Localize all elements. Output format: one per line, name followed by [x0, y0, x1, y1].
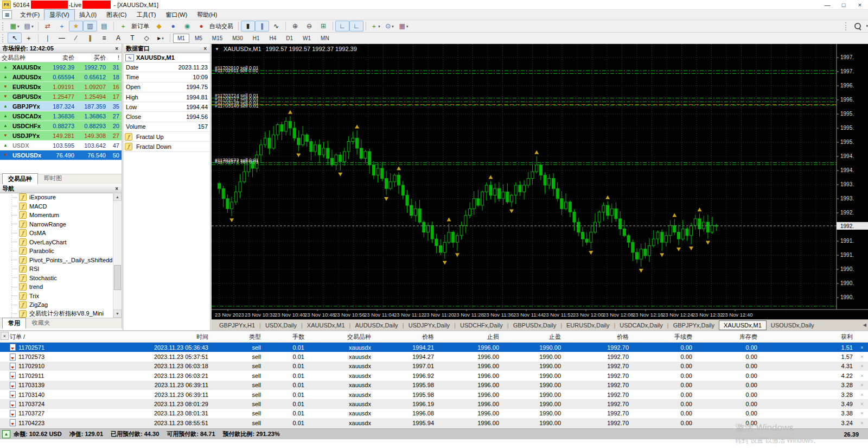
bar-chart-button[interactable]: ∥ [255, 21, 269, 31]
navigator-item[interactable]: ƒOverLayChart [0, 238, 113, 247]
navigator-item[interactable]: ƒiExposure [0, 193, 113, 202]
orders-col-10[interactable]: 库存费 [695, 333, 761, 341]
market-watch-row[interactable]: ▲GBPJPYx187.324187.35935 [0, 102, 122, 111]
crosshair-button[interactable]: ＋ [22, 33, 36, 43]
mw-col-2[interactable]: 买价 [76, 54, 107, 62]
horizontal-line-button[interactable]: — [55, 33, 69, 43]
tile-windows-button[interactable]: ⊞ [316, 21, 330, 31]
arrange-profile-button[interactable]: ∟ [335, 21, 349, 31]
chart-tab-xauusdx-m1[interactable]: XAUUSDx,M1 [719, 320, 767, 330]
order-row[interactable]: 117025732023.11.23 05:37:51sell0.01xauus… [0, 352, 868, 361]
close-icon[interactable]: × [114, 186, 119, 192]
close-order-icon[interactable]: × [856, 373, 868, 378]
scroll-up-icon[interactable]: ▲ [113, 193, 122, 201]
order-row[interactable]: 117037272023.11.23 08:01:31sell0.01xauus… [0, 409, 868, 418]
orders-col-9[interactable]: 手续费 [632, 333, 695, 341]
templates-button[interactable]: ▦▾ [397, 21, 411, 31]
maximize-button[interactable]: □ [835, 0, 852, 10]
toolbar-grip[interactable] [845, 22, 848, 30]
text-button[interactable]: A [111, 33, 125, 43]
market-watch-row[interactable]: ▲USDCHFx0.882730.8829320 [0, 121, 122, 131]
mw-col-0[interactable]: 交易品种 [0, 54, 49, 62]
close-button[interactable]: × [852, 0, 868, 10]
navigator-tab-1[interactable]: 收藏夹 [26, 317, 56, 329]
chart-tab-xauusdx-m1[interactable]: XAUUSDx,M1 [303, 321, 349, 330]
line-chart-button[interactable]: ∿ [269, 21, 283, 31]
market-watch-toggle-button[interactable]: ▥ [83, 21, 97, 31]
scrollbar-thumb[interactable] [114, 265, 121, 290]
menu-item-6[interactable]: 帮助(H) [192, 10, 222, 20]
order-row[interactable]: 117042232023.11.23 08:55:51sell0.01xauus… [0, 418, 868, 427]
order-row[interactable]: 117031402023.11.23 06:39:11sell0.01xauus… [0, 390, 868, 399]
dropdown-caret-icon[interactable]: ▾ [392, 24, 394, 28]
chart-tab-usdjpyx-daily[interactable]: USDJPYx,Daily [404, 321, 454, 330]
menu-item-0[interactable]: 文件(F) [15, 10, 44, 20]
navigator-item[interactable]: ƒMomentum [0, 211, 113, 220]
menu-item-4[interactable]: 工具(T) [131, 10, 161, 20]
orders-col-7[interactable]: 止盈 [502, 333, 564, 341]
close-order-icon[interactable]: × [856, 401, 868, 407]
shapes-button[interactable]: ◇ [139, 33, 154, 43]
orders-col-5[interactable]: 价格 [374, 333, 437, 341]
toolbar-grip[interactable] [2, 22, 5, 30]
profiles-button[interactable]: ▤▾ [22, 21, 36, 31]
close-order-icon[interactable]: × [856, 363, 868, 369]
order-row[interactable]: 117029102023.11.23 06:03:18sell0.01xauus… [0, 362, 868, 371]
dropdown-caret-icon[interactable]: ▾ [162, 36, 164, 40]
navigator-scrollbar[interactable]: ▲ ▼ [113, 193, 122, 318]
navigator-item[interactable]: ƒParabolic [0, 247, 113, 256]
close-order-icon[interactable]: × [856, 411, 868, 416]
chart-tab-gbpjpyx-daily[interactable]: GBPJPYx,Daily [669, 321, 719, 330]
timeframe-m1-button[interactable]: M1 [173, 34, 189, 43]
autotrading-button[interactable]: ● [194, 21, 208, 31]
menu-item-1[interactable]: 显示(V) [44, 10, 74, 20]
market-watch-row[interactable]: ▲AUDUSDx0.655940.6561218 [0, 72, 122, 82]
dropdown-caret-icon[interactable]: ▾ [378, 24, 380, 28]
navigator-item[interactable]: ƒPivot_Points_-_Daily_sShiftedd [0, 256, 113, 265]
vertical-line-button[interactable]: ｜ [41, 33, 55, 43]
chart-tabs-scroll-icon[interactable]: ◀ [863, 323, 866, 327]
timeframe-d1-button[interactable]: D1 [282, 34, 297, 43]
orders-col-11[interactable]: 获利 [761, 333, 856, 341]
timeframe-m30-button[interactable]: M30 [228, 34, 247, 43]
order-row[interactable]: 117029112023.11.23 06:03:21sell0.01xauus… [0, 371, 868, 380]
chart-shift-button[interactable]: ⇄ [41, 21, 55, 31]
navigator-item[interactable]: ƒtrend [0, 282, 113, 292]
favorites-star-button[interactable]: ★ [69, 21, 83, 31]
market-watch-tab-0[interactable]: 交易品种 [2, 173, 38, 184]
market-watch-row[interactable]: ▲XAUUSDx1992.391992.7031 [0, 62, 122, 72]
timeframe-mn-button[interactable]: MN [316, 34, 334, 43]
orders-col-0[interactable]: 订单 / [0, 333, 81, 341]
menu-item-2[interactable]: 插入(I) [74, 10, 101, 20]
timeframe-h4-button[interactable]: H4 [265, 34, 281, 43]
chart-tab-usdcadx-daily[interactable]: USDCADx,Daily [615, 321, 667, 330]
text-label-button[interactable]: T [125, 33, 139, 43]
expert-advisor-button[interactable]: ◆ [152, 21, 166, 31]
dropdown-caret-icon[interactable]: ▾ [17, 24, 20, 28]
arrange-grid-button[interactable]: ∟ [349, 21, 363, 31]
navigator-item[interactable]: ƒOsMA [0, 229, 113, 238]
timeframe-w1-button[interactable]: W1 [298, 34, 315, 43]
timeframe-h1-button[interactable]: H1 [248, 34, 264, 43]
cursor-button[interactable]: ↖ [8, 33, 22, 43]
orders-col-3[interactable]: 手数 [264, 333, 308, 341]
orders-col-8[interactable]: 价格 [564, 333, 632, 341]
order-row[interactable]: 117037242023.11.23 08:01:29sell0.01xauus… [0, 399, 868, 408]
dropdown-caret-icon[interactable]: ▾ [866, 24, 868, 28]
close-icon[interactable]: × [202, 46, 208, 52]
fibonacci-button[interactable]: ≡ [97, 33, 111, 43]
menu-item-5[interactable]: 窗口(W) [161, 10, 192, 20]
trendline-button[interactable]: ∕ [69, 33, 83, 43]
close-order-icon[interactable]: × [856, 354, 868, 359]
chart-window[interactable]: #11702910 sell 0.01#11702911 sell 0.01#1… [212, 44, 868, 330]
order-row[interactable]: 117025712023.11.23 05:36:43sell0.01xauus… [0, 343, 868, 352]
order-row[interactable]: 117031392023.11.23 06:39:11sell0.01xauus… [0, 381, 868, 390]
data-window-toggle-button[interactable]: ▤ [97, 21, 111, 31]
zoom-out-button[interactable]: ⊖ [302, 21, 316, 31]
market-watch-row[interactable]: ▼USDJPYx149.281149.30827 [0, 131, 122, 141]
signals-button[interactable]: ◉ [180, 21, 194, 31]
arrow-tools-button[interactable]: ▸▾ [154, 33, 168, 43]
market-watch-row[interactable]: ▼USOUSDx76.49076.54050 [0, 150, 122, 160]
chart-tab-usdx-daily[interactable]: USDX,Daily [261, 321, 301, 330]
orders-col-2[interactable]: 类型 [212, 333, 264, 341]
